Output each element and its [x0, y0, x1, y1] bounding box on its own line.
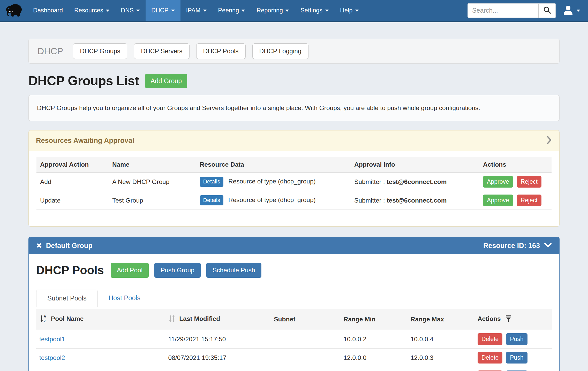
- delete-button[interactable]: Delete: [478, 333, 502, 345]
- col-approval-action: Approval Action: [36, 157, 109, 173]
- approve-button[interactable]: Approve: [483, 195, 513, 206]
- nav-item-dns[interactable]: DNS: [115, 0, 146, 21]
- nav-item-help[interactable]: Help: [334, 0, 364, 21]
- nav-item-settings[interactable]: Settings: [295, 0, 334, 21]
- filter-funnel-icon[interactable]: [503, 316, 511, 323]
- nav-item-ipam[interactable]: IPAM: [180, 0, 213, 21]
- page-title: DHCP Groups List: [28, 73, 139, 88]
- push-button[interactable]: Push: [506, 352, 527, 364]
- col-range-min: Range Min: [340, 309, 407, 330]
- reject-button[interactable]: Reject: [517, 176, 541, 188]
- dhcp-logging-button[interactable]: DHCP Logging: [252, 43, 308, 59]
- subnet-cell: [271, 349, 340, 367]
- pool-actions-cell: Delete Push: [474, 330, 552, 349]
- add-pool-button[interactable]: Add Pool: [111, 263, 149, 278]
- col-pool-name[interactable]: A Z Pool Name: [36, 309, 165, 330]
- push-button[interactable]: Push: [506, 333, 527, 345]
- last-modified-cell: [165, 367, 271, 371]
- pool-actions-cell: Delete Push: [474, 349, 552, 367]
- dhcp-servers-button[interactable]: DHCP Servers: [134, 43, 189, 59]
- search-input[interactable]: [468, 4, 538, 18]
- pool-row: testpool2 08/07/2021 19:35:17 12.0.0.0 1…: [36, 349, 552, 367]
- details-button[interactable]: Details: [200, 177, 224, 187]
- navbar-right: [468, 0, 588, 21]
- section-title: DHCP: [37, 46, 63, 56]
- approval-resource-cell: Details Resource of type (dhcp_group): [196, 173, 351, 191]
- caret-down-icon: [285, 10, 289, 12]
- pools-tabs: Subnet Pools Host Pools: [36, 290, 552, 307]
- sort-arrows-icon: [168, 317, 177, 324]
- brand-logo[interactable]: [0, 0, 27, 21]
- col-pool-actions: Actions: [474, 309, 552, 330]
- approval-panel-header[interactable]: Resources Awaiting Approval: [29, 130, 559, 151]
- chevron-right-icon[interactable]: [546, 136, 552, 145]
- details-button[interactable]: Details: [200, 195, 224, 205]
- tab-subnet-pools[interactable]: Subnet Pools: [36, 290, 98, 307]
- subnet-cell: [271, 367, 340, 371]
- approval-name-cell: Test Group: [109, 191, 196, 210]
- description-panel: DHCP Groups help you to organize all of …: [28, 95, 560, 121]
- chevron-down-icon[interactable]: [544, 243, 552, 249]
- approval-resource-cell: Details Resource of type (dhcp_group): [196, 191, 351, 210]
- default-group-panel: ✖ Default Group Resource ID: 163 DHCP Po…: [28, 237, 560, 371]
- caret-down-icon: [106, 10, 109, 12]
- caret-down-icon: [577, 10, 580, 12]
- nav-item-peering[interactable]: Peering: [212, 0, 251, 21]
- approval-actions-cell: Approve Reject: [479, 191, 552, 210]
- submitter-email: test@6connect.com: [387, 178, 447, 185]
- approval-row: Add A New DHCP Group Details Resource of…: [36, 173, 552, 191]
- last-modified-cell: 08/07/2021 19:35:17: [165, 349, 271, 367]
- approval-name-cell: A New DHCP Group: [109, 173, 196, 191]
- delete-button[interactable]: Delete: [478, 352, 502, 364]
- resource-id-label: Resource ID: 163: [483, 242, 540, 250]
- resource-type-text: Resource of type (dhcp_group): [228, 196, 316, 203]
- col-name: Name: [109, 157, 196, 173]
- reject-button[interactable]: Reject: [517, 195, 541, 206]
- range-min-cell: 12.0.0.0: [340, 349, 407, 367]
- add-group-button[interactable]: Add Group: [145, 74, 187, 88]
- user-menu[interactable]: [563, 5, 580, 16]
- nav-item-reporting[interactable]: Reporting: [251, 0, 295, 21]
- schedule-push-button[interactable]: Schedule Push: [206, 263, 261, 278]
- caret-down-icon: [325, 10, 329, 12]
- pool-row: Delete Push: [36, 367, 552, 371]
- dhcp-groups-button[interactable]: DHCP Groups: [73, 43, 127, 59]
- subnet-cell: [271, 330, 340, 349]
- approval-actions-cell: Approve Reject: [479, 173, 552, 191]
- group-panel-header: ✖ Default Group Resource ID: 163: [29, 237, 559, 254]
- approval-panel-title: Resources Awaiting Approval: [36, 137, 134, 145]
- range-max-cell: [408, 367, 474, 371]
- col-approval-info: Approval Info: [351, 157, 479, 173]
- col-actions: Actions: [479, 157, 552, 173]
- range-max-cell: 12.0.0.3: [408, 349, 474, 367]
- nav-item-resources[interactable]: Resources: [69, 0, 115, 21]
- push-group-button[interactable]: Push Group: [154, 263, 201, 278]
- range-min-cell: 10.0.0.2: [340, 330, 407, 349]
- top-navbar: Dashboard Resources DNS DHCP IPAM Peerin…: [0, 0, 588, 22]
- approval-info-cell: Submitter : test@6connect.com: [351, 173, 479, 191]
- svg-text:Z: Z: [44, 319, 46, 323]
- nav-item-dhcp[interactable]: DHCP: [146, 0, 180, 21]
- close-icon[interactable]: ✖: [36, 242, 42, 250]
- pool-name-link[interactable]: testpool2: [39, 354, 65, 361]
- search-button[interactable]: [538, 4, 555, 18]
- nav-item-dashboard[interactable]: Dashboard: [27, 0, 69, 21]
- pools-title: DHCP Pools: [36, 264, 104, 277]
- caret-down-icon: [355, 10, 359, 12]
- col-subnet: Subnet: [271, 309, 340, 330]
- col-last-modified[interactable]: Last Modified: [165, 309, 271, 330]
- pool-row: testpool1 11/29/2021 15:17:50 10.0.0.2 1…: [36, 330, 552, 349]
- tab-host-pools[interactable]: Host Pools: [98, 290, 151, 307]
- svg-text:A: A: [44, 314, 46, 318]
- col-resource-data: Resource Data: [196, 157, 351, 173]
- pool-name-link[interactable]: testpool1: [39, 336, 65, 343]
- dhcp-pools-button[interactable]: DHCP Pools: [196, 43, 246, 59]
- global-search: [468, 3, 556, 18]
- approval-panel: Resources Awaiting Approval Approval Act…: [28, 130, 560, 227]
- resource-type-text: Resource of type (dhcp_group): [228, 178, 316, 185]
- approve-button[interactable]: Approve: [483, 176, 513, 188]
- submitter-email: test@6connect.com: [387, 197, 447, 204]
- caret-down-icon: [203, 10, 207, 12]
- description-text: DHCP Groups help you to organize all of …: [37, 104, 480, 111]
- caret-down-icon: [136, 10, 140, 12]
